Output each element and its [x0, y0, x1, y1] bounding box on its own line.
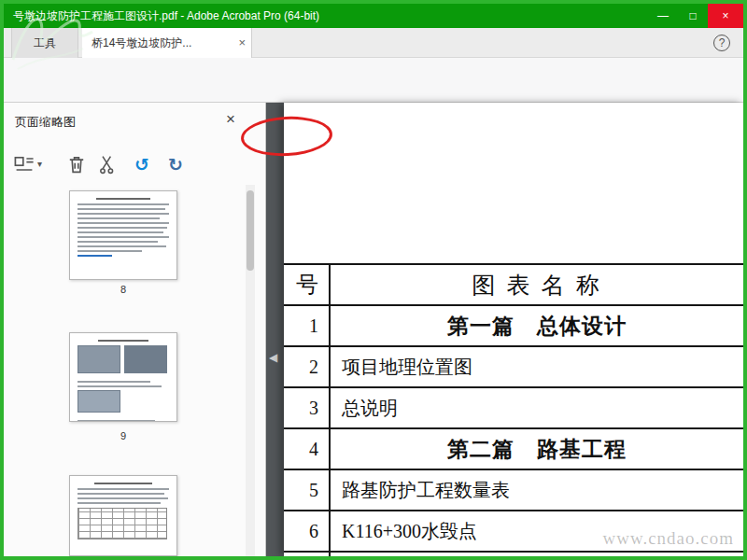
tab-bar: 工具 桥14号墩边坡防护... ×: [4, 28, 743, 58]
rotate-ccw-icon[interactable]: ↺: [131, 153, 153, 175]
thumbnail-page-8[interactable]: [69, 190, 177, 280]
thumbnail-label: 9: [69, 430, 177, 441]
table-row-num: 2: [284, 347, 329, 386]
table-row-title: 第一篇 总体设计: [331, 306, 743, 345]
window-controls: — □ ×: [648, 4, 743, 28]
delete-pages-icon[interactable]: [65, 153, 88, 175]
table-header-col2: 图 表 名 称: [331, 265, 743, 304]
tab-document-label: 桥14号墩边坡防护...: [92, 35, 191, 51]
table-row-title: 第二篇 路基工程: [331, 429, 743, 469]
rotate-cw-icon[interactable]: ↻: [164, 153, 187, 175]
table-header-col1: 号: [284, 265, 329, 304]
pdf-page: 号 图 表 名 称 1 第一篇 总体设计 2 项目地理位置图 3 总说明 4 第…: [284, 103, 743, 556]
table-row-num: 1: [284, 306, 329, 345]
maximize-button[interactable]: □: [678, 4, 708, 28]
table-row-title: 总说明: [331, 388, 743, 427]
panel-close-icon[interactable]: ×: [226, 110, 235, 129]
thumbnail-label: 8: [69, 284, 177, 295]
thumbnail-page-10[interactable]: [69, 475, 177, 556]
thumbnail-options-icon[interactable]: [13, 153, 35, 175]
table-row-title: 项目地理位置图: [331, 347, 743, 386]
window-title: 号墩边坡防护工程施工图设计.pdf - Adobe Acrobat Pro (6…: [4, 8, 319, 24]
panel-scrollbar-thumb[interactable]: [247, 190, 254, 271]
table-line: [284, 551, 743, 553]
table-row-num: 3: [284, 388, 329, 427]
panel-title: 页面缩略图: [15, 114, 76, 131]
collapse-panel-icon[interactable]: ◀: [269, 351, 277, 364]
extract-pages-icon[interactable]: [97, 153, 120, 175]
tab-close-icon[interactable]: ×: [238, 35, 246, 49]
document-area: ◀ 号 图 表 名 称 1 第一篇 总体设计 2 项目地理位置图 3 总说明: [266, 103, 743, 556]
panel-scrollbar[interactable]: [246, 185, 255, 556]
tab-document[interactable]: 桥14号墩边坡防护... ×: [82, 28, 252, 58]
photo-placeholder: [124, 345, 167, 373]
photo-placeholder: [78, 345, 120, 373]
watermark: www.cndao.com: [602, 528, 734, 549]
table-row-title: 路基防护工程数量表: [331, 470, 743, 510]
table-placeholder: [78, 508, 167, 539]
chevron-down-icon[interactable]: ▾: [37, 159, 42, 169]
main-toolbar: / 17 125% ▾ ▾ •••: [4, 58, 743, 103]
help-icon[interactable]: ?: [713, 35, 730, 51]
close-button[interactable]: ×: [708, 4, 743, 28]
photo-placeholder: [78, 390, 120, 413]
table-row-num: 4: [284, 429, 329, 469]
tab-tools[interactable]: 工具: [11, 28, 78, 58]
thumbnails-panel: 页面缩略图 × ▾ ↺ ↻ 8: [4, 103, 266, 556]
acrobat-window: 号墩边坡防护工程施工图设计.pdf - Adobe Acrobat Pro (6…: [0, 0, 747, 560]
table-row-num: 6: [284, 511, 329, 551]
minimize-button[interactable]: —: [648, 4, 678, 28]
table-row-num: 5: [284, 470, 329, 510]
thumbnail-page-9[interactable]: [69, 332, 177, 422]
title-bar: 号墩边坡防护工程施工图设计.pdf - Adobe Acrobat Pro (6…: [4, 4, 743, 28]
